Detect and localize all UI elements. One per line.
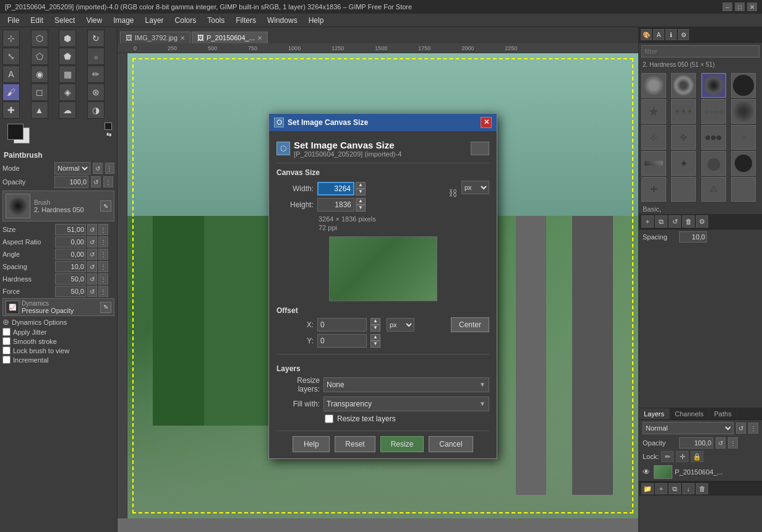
brush-cell-5[interactable]: ★: [641, 99, 666, 124]
brush-cell-11[interactable]: ⬟⬟⬟: [701, 125, 726, 150]
aspect-more[interactable]: ⋮: [98, 236, 108, 247]
mode-select[interactable]: Normal: [54, 162, 90, 174]
tool-ink[interactable]: ⊛: [87, 84, 105, 101]
refresh-brush-btn[interactable]: ↺: [669, 215, 681, 228]
angle-reset[interactable]: ↺: [87, 249, 97, 260]
height-spin[interactable]: ▲ ▼: [356, 198, 366, 212]
x-up[interactable]: ▲: [370, 318, 380, 325]
tool-dodge[interactable]: ◑: [87, 101, 105, 119]
height-down[interactable]: ▼: [356, 205, 366, 212]
mode-more[interactable]: ⋮: [105, 163, 115, 174]
tool-shear[interactable]: ⬠: [31, 48, 48, 65]
center-button[interactable]: Center: [451, 317, 489, 332]
swap-colors[interactable]: ⇆: [106, 131, 112, 137]
aspect-reset[interactable]: ↺: [87, 236, 97, 247]
duplicate-layer-btn[interactable]: ⧉: [669, 483, 681, 494]
lock-all-btn[interactable]: 🔒: [691, 451, 703, 462]
tool-perspective[interactable]: ⬟: [59, 48, 76, 65]
layer-visibility-toggle[interactable]: 👁: [641, 467, 651, 477]
tab2-close[interactable]: ✕: [257, 35, 262, 41]
tool-paintbrush[interactable]: 🖌: [2, 84, 20, 101]
x-down[interactable]: ▼: [370, 325, 380, 332]
menu-colors[interactable]: Colors: [170, 15, 202, 26]
color-swatch-icon[interactable]: 🎨: [641, 29, 652, 40]
menu-image[interactable]: Image: [108, 15, 139, 26]
delete-layer-btn[interactable]: 🗑: [696, 483, 708, 494]
opacity-reset[interactable]: ↺: [91, 176, 101, 187]
brush-spacing-input[interactable]: 10,0: [679, 231, 707, 242]
hardness-more[interactable]: ⋮: [98, 273, 108, 285]
menu-edit[interactable]: Edit: [25, 15, 48, 26]
window-controls[interactable]: – □ ✕: [722, 2, 757, 11]
font-icon[interactable]: A: [653, 29, 664, 40]
x-offset-input[interactable]: 0: [317, 318, 367, 332]
reset-colors[interactable]: [105, 122, 112, 130]
tool-text[interactable]: A: [2, 66, 20, 83]
resize-text-checkbox[interactable]: [325, 414, 333, 423]
help-button[interactable]: Help: [293, 436, 330, 452]
tool-airbrush[interactable]: ◈: [59, 84, 76, 101]
cancel-button[interactable]: Cancel: [429, 436, 473, 452]
layers-mode-reset[interactable]: ↺: [736, 423, 746, 434]
menu-tools[interactable]: Tools: [202, 15, 229, 26]
smooth-stroke-checkbox[interactable]: [2, 337, 11, 345]
duplicate-brush-btn[interactable]: ⧉: [655, 215, 667, 228]
settings-icon[interactable]: ⚙: [678, 29, 689, 40]
opacity-input[interactable]: 100,0: [54, 176, 88, 188]
width-down[interactable]: ▼: [356, 189, 366, 195]
brush-cell-18[interactable]: ⊹⊹⊹⊹⊹⊹: [671, 177, 696, 202]
brush-cell-2[interactable]: [671, 73, 696, 98]
angle-input[interactable]: 0,00: [55, 249, 86, 260]
foreground-color[interactable]: [7, 124, 24, 140]
tool-clone[interactable]: ▲: [31, 101, 48, 119]
size-reset[interactable]: ↺: [87, 224, 97, 235]
brush-cell-9[interactable]: ⟡: [641, 125, 666, 150]
size-input[interactable]: 51,00: [55, 224, 86, 235]
width-up[interactable]: ▲: [356, 182, 366, 189]
width-input[interactable]: 3264: [317, 182, 354, 195]
brush-edit-button[interactable]: ✎: [100, 200, 111, 212]
tool-eraser[interactable]: ◻: [31, 84, 48, 101]
spacing-reset[interactable]: ↺: [87, 261, 97, 272]
tool-align[interactable]: ⬡: [31, 30, 48, 47]
brush-cell-19[interactable]: ⁂: [701, 177, 726, 202]
force-more[interactable]: ⋮: [98, 286, 108, 297]
tool-move[interactable]: ⊹: [2, 30, 20, 47]
tool-scale[interactable]: ⤡: [2, 48, 20, 65]
hardness-reset[interactable]: ↺: [87, 273, 97, 285]
incremental-checkbox[interactable]: [2, 356, 11, 364]
dynamics-row[interactable]: 📈 Dynamics Pressure Opacity ✎: [2, 298, 114, 316]
force-reset[interactable]: ↺: [87, 286, 97, 297]
layer-item-1[interactable]: 👁 P_20150604_...: [639, 463, 762, 481]
brush-cell-13[interactable]: [641, 151, 666, 176]
brush-cell-15[interactable]: ⬤: [701, 151, 726, 176]
resize-layers-select[interactable]: None All Layers Image-sized layers: [323, 377, 489, 392]
brush-cell-3[interactable]: [701, 73, 726, 98]
height-input[interactable]: 1836: [317, 198, 354, 212]
chain-link-icon[interactable]: ⛓: [447, 179, 459, 207]
brush-cell-1[interactable]: [641, 73, 666, 98]
menu-windows[interactable]: Windows: [262, 15, 302, 26]
size-more[interactable]: ⋮: [98, 224, 108, 235]
width-spin[interactable]: ▲ ▼: [356, 182, 366, 195]
brush-cell-7[interactable]: ⊹⊹⊹⊹: [701, 99, 726, 124]
canvas-image-area[interactable]: ⬡ Set Image Canvas Size ✕ ⬡: [127, 53, 638, 518]
offset-unit-select[interactable]: px: [387, 318, 414, 332]
fill-with-select[interactable]: Transparency Background Color Foreground…: [323, 397, 489, 411]
layers-mode-select[interactable]: Normal: [643, 422, 734, 434]
lock-brush-checkbox[interactable]: [2, 346, 11, 354]
brush-settings-btn[interactable]: ⚙: [696, 215, 708, 228]
tool-smudge[interactable]: ☁: [59, 101, 76, 119]
close-button[interactable]: ✕: [747, 2, 757, 11]
brush-cell-6[interactable]: ✦✦✦: [671, 99, 696, 124]
angle-more[interactable]: ⋮: [98, 249, 108, 260]
y-down[interactable]: ▼: [370, 341, 380, 348]
height-up[interactable]: ▲: [356, 198, 366, 205]
tab-img2[interactable]: 🖼 P_20150604_... ✕: [192, 32, 268, 43]
layers-tab-channels[interactable]: Channels: [670, 408, 709, 419]
aspect-input[interactable]: 0,00: [55, 236, 86, 247]
tool-heal[interactable]: ✚: [2, 101, 20, 119]
brush-cell-20[interactable]: ❄: [731, 177, 756, 202]
dynamics-edit-button[interactable]: ✎: [100, 302, 111, 313]
layers-mode-more[interactable]: ⋮: [748, 423, 758, 434]
